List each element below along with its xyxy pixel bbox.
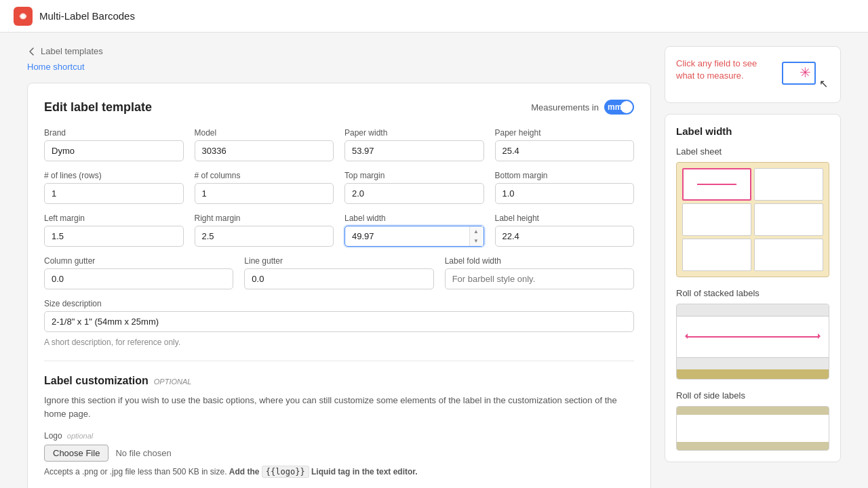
roll-backing (677, 369, 829, 379)
app-logo (14, 7, 33, 26)
label-width-input[interactable] (344, 226, 484, 247)
label-width-decrement[interactable]: ▼ (470, 237, 483, 247)
size-description-input[interactable] (44, 311, 634, 332)
paper-width-input[interactable] (344, 140, 484, 161)
home-shortcut-link[interactable]: Home shortcut (27, 62, 651, 72)
label-sheet-title: Label sheet (676, 146, 829, 157)
model-label: Model (195, 128, 334, 138)
sheet-cell-3 (682, 203, 751, 236)
optional-badge: OPTIONAL (154, 378, 192, 386)
star-icon: ✳ (800, 64, 811, 81)
line-gutter-input[interactable] (244, 268, 433, 289)
no-file-text: No file chosen (115, 448, 171, 458)
columns-label: # of columns (195, 171, 334, 180)
left-margin-input[interactable] (44, 226, 184, 247)
roll-top-strip (677, 304, 829, 317)
breadcrumb: Label templates (27, 46, 651, 56)
right-panel: Click any field to see what to measure. … (665, 46, 841, 488)
cursor-icon: ↖ (819, 77, 828, 90)
brand-label: Brand (44, 128, 184, 138)
measurements-toggle: Measurements in mm (531, 100, 634, 115)
main-content: Label templates Home shortcut Edit label… (0, 33, 868, 488)
roll-side-diagram (676, 406, 829, 451)
hint-text: Click any field to see what to measure. (676, 58, 772, 82)
paper-width-group: Paper width (344, 128, 484, 161)
left-panel: Label templates Home shortcut Edit label… (27, 46, 651, 488)
sheet-cell-4 (754, 203, 823, 236)
file-input-row: Choose File No file chosen (44, 445, 634, 462)
form-row-4: Column gutter Line gutter Label fold wid… (44, 256, 634, 289)
roll-side-label-area (677, 415, 829, 442)
bottom-margin-input[interactable] (495, 183, 635, 204)
model-group: Model (195, 128, 334, 161)
sheet-cell-5 (682, 239, 751, 271)
customization-title: Label customization (44, 375, 149, 387)
roll-side-top (677, 407, 829, 415)
paper-height-input[interactable] (495, 140, 635, 161)
roll-side-section: Roll of side labels (676, 390, 829, 451)
roll-arrow (688, 336, 818, 338)
file-hint: Accepts a .png or .jpg file less than 50… (44, 466, 634, 478)
label-width-group: Label width ▲ ▼ (344, 214, 484, 247)
choose-file-button[interactable]: Choose File (44, 445, 108, 462)
sheet-cell-line-1 (697, 184, 737, 185)
form-header: Edit label template Measurements in mm (44, 100, 634, 115)
label-width-title: Label width (676, 125, 829, 137)
bottom-margin-label: Bottom margin (495, 171, 635, 180)
top-margin-input[interactable] (344, 183, 484, 204)
roll-stacked-diagram (676, 304, 829, 380)
section-divider (44, 361, 634, 361)
breadcrumb-link[interactable]: Label templates (41, 46, 103, 56)
roll-bottom-strip (677, 357, 829, 369)
sheet-cell-6 (754, 239, 823, 271)
top-margin-label: Top margin (344, 171, 484, 180)
customization-header: Label customization OPTIONAL (44, 375, 634, 387)
column-gutter-group: Column gutter (44, 256, 233, 289)
label-width-section: Label width Label sheet Roll of stacked … (665, 114, 841, 462)
form-title: Edit label template (44, 100, 152, 115)
label-width-stepper: ▲ ▼ (344, 226, 484, 247)
size-description-label: Size description (44, 299, 634, 308)
bottom-margin-group: Bottom margin (495, 171, 635, 204)
left-margin-label: Left margin (44, 214, 184, 223)
label-fold-width-input[interactable] (445, 268, 634, 289)
logo-liquid-tag: {{logo}} (262, 466, 309, 478)
label-width-increment[interactable]: ▲ (470, 226, 483, 237)
hint-illustration: ✳ ↖ (782, 58, 829, 92)
back-icon (27, 47, 37, 56)
lines-input[interactable] (44, 183, 184, 204)
column-gutter-input[interactable] (44, 268, 233, 289)
top-bar: Multi-Label Barcodes (0, 0, 868, 33)
app-title: Multi-Label Barcodes (39, 10, 135, 22)
form-row-2: # of lines (rows) # of columns Top margi… (44, 171, 634, 204)
form-row-1: Brand Model Paper width Paper height (44, 128, 634, 161)
customization-description: Ignore this section if you wish to use t… (44, 394, 634, 420)
right-margin-input[interactable] (195, 226, 334, 247)
model-input[interactable] (195, 140, 334, 161)
size-description-hint: A short description, for reference only. (44, 338, 634, 347)
logo-section: Logo optional Choose File No file chosen… (44, 431, 634, 478)
line-gutter-group: Line gutter (244, 256, 433, 289)
label-width-steppers: ▲ ▼ (469, 226, 483, 246)
roll-side-bottom (677, 442, 829, 450)
sheet-diagram (676, 162, 829, 277)
label-fold-width-label: Label fold width (445, 256, 634, 266)
line-gutter-label: Line gutter (244, 256, 433, 266)
roll-stacked-title: Roll of stacked labels (676, 288, 829, 298)
toggle-pill[interactable]: mm (604, 100, 634, 115)
columns-input[interactable] (195, 183, 334, 204)
label-fold-width-group: Label fold width (445, 256, 634, 289)
roll-side-title: Roll of side labels (676, 390, 829, 401)
label-height-group: Label height (495, 214, 635, 247)
form-row-3: Left margin Right margin Label width ▲ ▼ (44, 214, 634, 247)
label-height-input[interactable] (495, 226, 635, 247)
toggle-unit-label: mm (608, 102, 622, 112)
right-margin-group: Right margin (195, 214, 334, 247)
paper-width-label: Paper width (344, 128, 484, 138)
brand-group: Brand (44, 128, 184, 161)
paper-height-label: Paper height (495, 128, 635, 138)
column-gutter-label: Column gutter (44, 256, 233, 266)
label-width-label: Label width (344, 214, 484, 223)
hint-box: Click any field to see what to measure. … (665, 46, 841, 103)
brand-input[interactable] (44, 140, 184, 161)
